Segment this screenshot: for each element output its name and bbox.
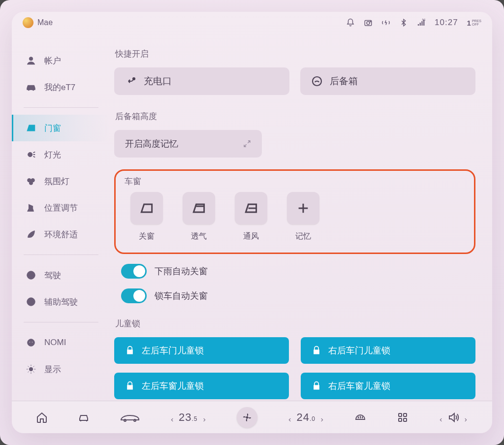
switch-rain-auto[interactable]	[121, 264, 147, 279]
svg-point-6	[32, 89, 34, 91]
nomi-icon	[26, 337, 36, 348]
quick-trunk[interactable]: 后备箱	[300, 67, 475, 95]
svg-point-14	[28, 339, 35, 347]
svg-point-17	[29, 367, 32, 371]
user-chip[interactable]: Mae	[23, 17, 53, 28]
dock-temp-left[interactable]: 23.5	[170, 411, 207, 424]
section-title-childlock: 儿童锁	[115, 318, 475, 329]
apps-grid-icon	[397, 412, 409, 423]
trunk-height-memory[interactable]: 开启高度记忆	[114, 130, 262, 158]
sidebar-item-label: 显示	[44, 364, 61, 375]
sidebar-item-label: 我的eT7	[44, 82, 75, 93]
defrost-icon	[354, 412, 366, 423]
lock-label: 左后车门儿童锁	[142, 345, 204, 356]
sidebar-item-doors-windows[interactable]: 门窗	[12, 115, 110, 141]
svg-point-16	[32, 342, 33, 343]
wireless-charging-icon[interactable]	[381, 18, 390, 27]
section-title-trunk-height: 后备箱高度	[115, 111, 475, 122]
card-label: 开启高度记忆	[125, 138, 178, 150]
car-icon	[26, 82, 36, 93]
window-close-icon	[139, 200, 155, 216]
sidebar-item-display[interactable]: 显示	[12, 356, 110, 382]
svg-point-13	[27, 298, 35, 306]
content[interactable]: 快捷开启 充电口 后备箱 后备箱高度 开启高度记忆	[110, 33, 492, 401]
window-label: 记忆	[295, 231, 311, 242]
ambient-light-icon	[26, 176, 36, 187]
window-label: 通风	[243, 231, 259, 242]
window-airflow[interactable]: 通风	[235, 192, 267, 242]
seat-icon	[26, 202, 36, 213]
sidebar-item-account[interactable]: 帐户	[12, 47, 110, 74]
chevron-right-icon	[319, 415, 324, 420]
window-vent[interactable]: 透气	[183, 192, 215, 242]
sidebar-item-label: 驾驶	[44, 270, 61, 281]
sidebar-item-mycar[interactable]: 我的eT7	[12, 74, 110, 100]
toggle-lock-auto-close: 锁车自动关窗	[121, 288, 475, 303]
dock-home[interactable]	[36, 412, 48, 423]
window-vent-icon	[191, 200, 207, 216]
svg-rect-24	[404, 413, 407, 416]
toggle-label: 锁车自动关窗	[155, 290, 208, 302]
dock-fan[interactable]	[237, 407, 257, 428]
plug-icon	[125, 75, 137, 87]
trunk-icon	[311, 75, 323, 87]
lock-label: 右后车门儿童锁	[328, 345, 390, 356]
chevron-left-icon	[170, 415, 175, 420]
expand-icon	[243, 140, 251, 148]
dock-car-profile[interactable]	[120, 412, 140, 423]
divider	[24, 107, 98, 108]
lock-label: 左后车窗儿童锁	[142, 380, 204, 392]
dock-apps[interactable]	[397, 412, 409, 423]
dock-defrost[interactable]	[354, 412, 366, 423]
sidebar-item-nomi[interactable]: NOMI	[12, 329, 110, 356]
sidebar: 帐户 我的eT7 门窗 灯光 氛围灯	[12, 33, 110, 401]
window-memory-add[interactable]: 记忆	[287, 192, 319, 242]
sidebar-item-label: 门窗	[44, 123, 61, 134]
childlock-rear-right-window[interactable]: 右后车窗儿童锁	[301, 373, 475, 399]
car-side-icon	[120, 412, 140, 423]
quick-charge-port[interactable]: 充电口	[114, 67, 289, 95]
sidebar-item-label: 位置调节	[44, 202, 78, 214]
childlock-rear-left-door[interactable]: 左后车门儿童锁	[114, 337, 289, 364]
section-title-quick: 快捷开启	[115, 48, 475, 60]
dock-temp-right[interactable]: 24.0	[287, 411, 324, 424]
person-icon	[26, 55, 36, 66]
lock-icon	[312, 381, 321, 391]
svg-text:5G: 5G	[422, 18, 426, 21]
status-bar: Mae 5G 10:27 1P	[12, 12, 492, 33]
sidebar-item-ambient[interactable]: 氛围灯	[12, 168, 110, 194]
lock-icon	[125, 346, 135, 355]
bell-icon[interactable]	[346, 18, 355, 27]
bluetooth-icon[interactable]	[399, 18, 408, 27]
chevron-right-icon	[463, 415, 468, 420]
childlock-rear-left-window[interactable]: 左后车窗儿童锁	[114, 373, 289, 399]
windows-section-highlight: 车窗 关窗 透气 通风	[114, 169, 475, 254]
sidebar-item-adas[interactable]: 辅助驾驶	[12, 288, 110, 315]
card-label: 后备箱	[330, 75, 358, 88]
sidebar-item-driving[interactable]: 驾驶	[12, 262, 110, 288]
divider	[24, 254, 98, 255]
divider	[24, 322, 98, 322]
window-airflow-icon	[243, 200, 259, 216]
window-close-all[interactable]: 关窗	[130, 192, 163, 242]
dock-car[interactable]	[78, 412, 90, 423]
dock-volume[interactable]	[439, 412, 468, 423]
brightness-icon	[26, 364, 36, 375]
sidebar-item-lights[interactable]: 灯光	[12, 141, 110, 168]
svg-point-5	[28, 89, 30, 91]
car-front-icon	[78, 412, 90, 423]
switch-lock-auto[interactable]	[121, 288, 147, 303]
svg-point-1	[367, 22, 370, 25]
svg-point-15	[29, 342, 30, 343]
plus-icon	[295, 200, 311, 216]
childlock-rear-right-door[interactable]: 右后车门儿童锁	[301, 337, 475, 364]
card-label: 充电口	[144, 75, 172, 88]
svg-point-10	[29, 181, 32, 185]
sidebar-item-comfort[interactable]: 环境舒适	[12, 221, 110, 248]
window-label: 关窗	[139, 231, 155, 242]
fan-icon	[237, 407, 257, 428]
camera-icon[interactable]	[364, 18, 373, 27]
window-label: 透气	[191, 231, 207, 242]
lightbulb-icon	[26, 149, 36, 160]
sidebar-item-position[interactable]: 位置调节	[12, 194, 110, 221]
